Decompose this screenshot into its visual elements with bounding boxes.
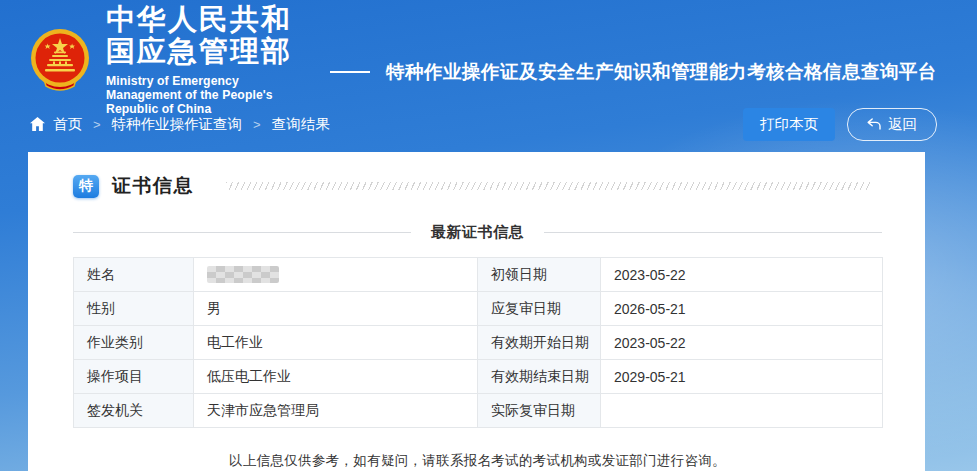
site-header: 中华人民共和国应急管理部 Ministry of Emergency Manag… <box>0 0 977 92</box>
breadcrumb-item-query[interactable]: 特种作业操作证查询 <box>112 115 243 134</box>
breadcrumb: 首页 > 特种作业操作证查询 > 查询结果 <box>30 115 330 134</box>
home-icon <box>30 117 45 131</box>
caption-line-right <box>544 232 882 233</box>
field-label: 初领日期 <box>478 258 601 292</box>
back-arrow-icon <box>867 118 881 130</box>
field-label: 应复审日期 <box>478 292 601 326</box>
table-row: 签发机关 天津市应急管理局 实际复审日期 <box>74 394 883 428</box>
back-button-label: 返回 <box>888 115 917 134</box>
caption-line-left <box>73 232 411 233</box>
field-value: 男 <box>194 292 478 326</box>
table-caption: 最新证书信息 <box>431 223 524 242</box>
platform-title-block: 特种作业操作证及安全生产知识和管理能力考核合格信息查询平台 <box>330 59 937 84</box>
breadcrumb-separator: > <box>93 117 101 132</box>
field-value: 2026-05-21 <box>601 292 883 326</box>
breadcrumb-item-home[interactable]: 首页 <box>53 115 82 134</box>
field-value <box>601 394 883 428</box>
special-badge: 特 <box>73 175 99 198</box>
table-row: 作业类别 电工作业 有效期开始日期 2023-05-22 <box>74 326 883 360</box>
cert-table-body: 姓名 初领日期 2023-05-22 性别 男 应复审日期 2026-05-21… <box>74 258 883 428</box>
national-emblem-logo <box>28 28 92 92</box>
table-row: 姓名 初领日期 2023-05-22 <box>74 258 883 292</box>
field-label: 操作项目 <box>74 360 194 394</box>
back-button[interactable]: 返回 <box>847 108 937 141</box>
table-row: 性别 男 应复审日期 2026-05-21 <box>74 292 883 326</box>
section-title: 证书信息 <box>112 173 194 199</box>
field-value: 电工作业 <box>194 326 478 360</box>
field-label: 有效期开始日期 <box>478 326 601 360</box>
field-label: 作业类别 <box>74 326 194 360</box>
field-label: 性别 <box>74 292 194 326</box>
site-subtitle-en: Ministry of Emergency Management of the … <box>106 74 306 116</box>
hatch-decoration <box>226 182 872 190</box>
section-header: 特 证书信息 <box>73 173 882 199</box>
field-value: 2023-05-22 <box>601 326 883 360</box>
divider-dash <box>330 71 370 73</box>
page: { "header": { "title": "中华人民共和国应急管理部", "… <box>0 0 977 471</box>
field-value: 低压电工作业 <box>194 360 478 394</box>
disclaimer-note: 以上信息仅供参考，如有疑问，请联系报名考试的考试机构或发证部门进行咨询。 <box>73 452 882 470</box>
redacted-name-value <box>207 266 279 283</box>
field-label: 姓名 <box>74 258 194 292</box>
field-value <box>194 258 478 292</box>
breadcrumb-item-result: 查询结果 <box>272 115 330 134</box>
field-label: 有效期结束日期 <box>478 360 601 394</box>
certificate-table: 姓名 初领日期 2023-05-22 性别 男 应复审日期 2026-05-21… <box>73 257 883 428</box>
field-value: 天津市应急管理局 <box>194 394 478 428</box>
print-page-button[interactable]: 打印本页 <box>743 108 835 141</box>
content-panel: 特 证书信息 最新证书信息 姓名 初领日期 2023-05-22 性别 男 应复… <box>28 152 925 471</box>
table-caption-row: 最新证书信息 <box>73 223 882 242</box>
table-row: 操作项目 低压电工作业 有效期结束日期 2029-05-21 <box>74 360 883 394</box>
site-title: 中华人民共和国应急管理部 <box>106 4 306 68</box>
field-label: 签发机关 <box>74 394 194 428</box>
field-value: 2023-05-22 <box>601 258 883 292</box>
field-label: 实际复审日期 <box>478 394 601 428</box>
site-title-block: 中华人民共和国应急管理部 Ministry of Emergency Manag… <box>106 4 306 117</box>
breadcrumb-separator: > <box>253 117 261 132</box>
field-value: 2029-05-21 <box>601 360 883 394</box>
platform-title: 特种作业操作证及安全生产知识和管理能力考核合格信息查询平台 <box>386 59 937 84</box>
